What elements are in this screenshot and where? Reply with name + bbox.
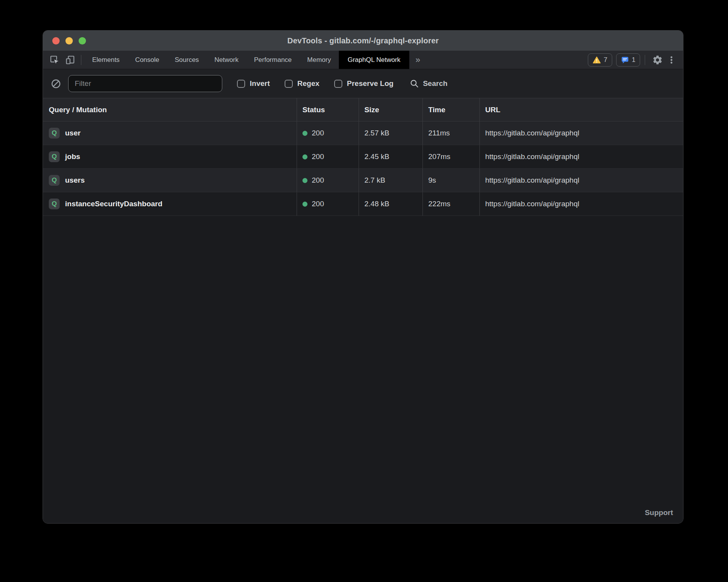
query-type-badge: Q xyxy=(49,151,60,162)
time-cell: 207ms xyxy=(422,145,479,168)
table-row[interactable]: Q users 200 2.7 kB 9s https://gitlab.com… xyxy=(43,169,683,192)
query-name: instanceSecurityDashboard xyxy=(65,200,162,208)
search-icon xyxy=(410,79,419,88)
traffic-lights xyxy=(52,31,86,51)
status-cell: 200 xyxy=(297,145,359,168)
column-header-time[interactable]: Time xyxy=(422,98,479,121)
table-header: Query / Mutation Status Size Time URL xyxy=(43,98,683,122)
warning-count: 7 xyxy=(604,56,607,64)
empty-results-area: Support xyxy=(43,216,683,523)
preserve-log-checkbox-group: Preserve Log xyxy=(334,79,393,88)
size-cell: 2.48 kB xyxy=(359,192,422,216)
table-row[interactable]: Q jobs 200 2.45 kB 207ms https://gitlab.… xyxy=(43,145,683,169)
regex-checkbox[interactable] xyxy=(285,80,293,88)
kebab-menu-icon[interactable] xyxy=(665,52,678,68)
query-name: user xyxy=(65,129,81,137)
time-cell: 211ms xyxy=(422,122,479,145)
message-bubble-icon xyxy=(621,56,629,64)
device-toolbar-icon[interactable] xyxy=(62,52,78,68)
status-cell: 200 xyxy=(297,169,359,192)
support-link[interactable]: Support xyxy=(645,508,673,517)
column-header-url[interactable]: URL xyxy=(479,98,683,121)
titlebar: DevTools - gitlab.com/-/graphql-explorer xyxy=(43,31,683,51)
inspect-element-icon[interactable] xyxy=(47,52,62,68)
query-name: jobs xyxy=(65,152,80,161)
warnings-badge[interactable]: 7 xyxy=(588,53,612,67)
message-count: 1 xyxy=(632,56,635,64)
regex-label: Regex xyxy=(297,79,319,88)
query-type-badge: Q xyxy=(49,175,60,186)
invert-label: Invert xyxy=(250,79,270,88)
size-cell: 2.45 kB xyxy=(359,145,422,168)
status-code: 200 xyxy=(312,152,324,161)
tab-sources[interactable]: Sources xyxy=(167,51,206,69)
table-row[interactable]: Q instanceSecurityDashboard 200 2.48 kB … xyxy=(43,192,683,216)
column-header-status[interactable]: Status xyxy=(297,98,359,121)
devtools-toolbar: Elements Console Sources Network Perform… xyxy=(43,51,683,69)
tab-elements[interactable]: Elements xyxy=(84,51,127,69)
status-code: 200 xyxy=(312,176,324,185)
size-cell: 2.7 kB xyxy=(359,169,422,192)
preserve-log-checkbox[interactable] xyxy=(334,80,342,88)
warning-triangle-icon xyxy=(592,56,601,64)
more-tabs-chevron-icon[interactable]: » xyxy=(409,55,426,65)
preserve-log-label: Preserve Log xyxy=(347,79,393,88)
table-row[interactable]: Q user 200 2.57 kB 211ms https://gitlab.… xyxy=(43,122,683,145)
query-cell: Q user xyxy=(43,122,297,145)
tab-graphql-network[interactable]: GraphQL Network xyxy=(339,51,409,69)
invert-checkbox-group: Invert xyxy=(237,79,270,88)
tab-performance[interactable]: Performance xyxy=(246,51,299,69)
status-ok-dot xyxy=(302,202,307,207)
column-header-query[interactable]: Query / Mutation xyxy=(43,98,297,121)
messages-badge[interactable]: 1 xyxy=(616,53,640,67)
tab-memory[interactable]: Memory xyxy=(299,51,338,69)
filter-bar: Invert Regex Preserve Log Search xyxy=(43,69,683,98)
tab-console[interactable]: Console xyxy=(127,51,167,69)
invert-checkbox[interactable] xyxy=(237,80,245,88)
toolbar-divider xyxy=(81,55,81,65)
status-ok-dot xyxy=(302,131,307,136)
time-cell: 222ms xyxy=(422,192,479,216)
url-cell: https://gitlab.com/api/graphql xyxy=(479,192,683,216)
status-code: 200 xyxy=(312,200,324,208)
column-header-size[interactable]: Size xyxy=(359,98,422,121)
window-title: DevTools - gitlab.com/-/graphql-explorer xyxy=(287,36,439,45)
query-cell: Q jobs xyxy=(43,145,297,168)
regex-checkbox-group: Regex xyxy=(285,79,319,88)
query-cell: Q instanceSecurityDashboard xyxy=(43,192,297,216)
url-cell: https://gitlab.com/api/graphql xyxy=(479,122,683,145)
status-ok-dot xyxy=(302,154,307,159)
settings-gear-icon[interactable] xyxy=(650,52,665,68)
minimize-window-button[interactable] xyxy=(65,37,73,45)
status-cell: 200 xyxy=(297,192,359,216)
devtools-window: DevTools - gitlab.com/-/graphql-explorer… xyxy=(43,30,683,524)
filter-input[interactable] xyxy=(68,75,222,92)
url-cell: https://gitlab.com/api/graphql xyxy=(479,169,683,192)
clear-block-icon[interactable] xyxy=(51,79,61,89)
search-label: Search xyxy=(423,79,447,88)
url-cell: https://gitlab.com/api/graphql xyxy=(479,145,683,168)
toolbar-divider xyxy=(645,55,645,65)
query-type-badge: Q xyxy=(49,128,60,139)
status-ok-dot xyxy=(302,178,307,183)
maximize-window-button[interactable] xyxy=(79,37,86,45)
close-window-button[interactable] xyxy=(52,37,60,45)
status-code: 200 xyxy=(312,129,324,137)
tab-network[interactable]: Network xyxy=(207,51,246,69)
search-button[interactable]: Search xyxy=(410,79,447,88)
query-type-badge: Q xyxy=(49,199,60,209)
size-cell: 2.57 kB xyxy=(359,122,422,145)
query-name: users xyxy=(65,176,85,185)
status-cell: 200 xyxy=(297,122,359,145)
time-cell: 9s xyxy=(422,169,479,192)
query-cell: Q users xyxy=(43,169,297,192)
